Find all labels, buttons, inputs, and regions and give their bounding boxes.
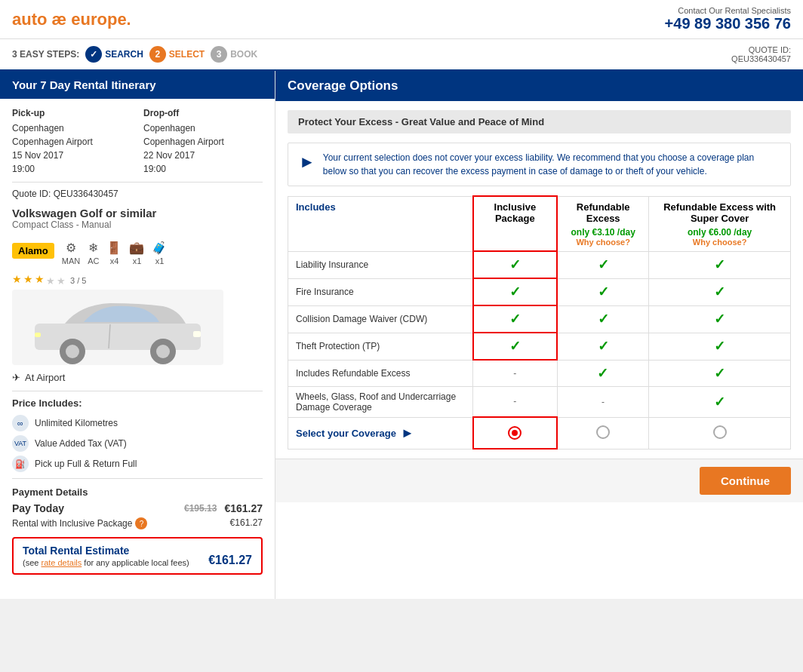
dropoff-label: Drop-off <box>143 108 263 118</box>
feature-bags-large: 🧳 x1 <box>152 241 167 265</box>
rental-package-amount: €161.27 <box>230 517 263 529</box>
check-icon: ✓ <box>714 284 725 299</box>
super-pkg-price: only €6.00 /day <box>657 227 783 238</box>
contact-info: Contact Our Rental Specialists +49 89 38… <box>665 6 791 32</box>
step-book[interactable]: 3 BOOK <box>211 46 257 63</box>
rate-details: (see rate details for any applicable loc… <box>23 558 189 567</box>
inclusive-pkg-name: Inclusive Package <box>481 201 549 224</box>
main-layout: Your 7 Day Rental Itinerary Pick-up Cope… <box>0 71 803 599</box>
pay-today-row: Pay Today €195.13 €161.27 <box>12 502 263 514</box>
pickup-col: Pick-up Copenhagen Copenhagen Airport 15… <box>12 108 131 176</box>
feature-fire-col1: ✓ <box>557 278 649 305</box>
plane-icon: ✈ <box>12 372 20 383</box>
check-icon: ✓ <box>509 257 521 272</box>
logo-symbol: æ <box>52 10 72 29</box>
super-pkg-name: Refundable Excess with Super Cover <box>657 201 783 224</box>
feature-refundable-label: Includes Refundable Excess <box>288 360 473 386</box>
col-refundable-header: Refundable Excess only €3.10 /day Why ch… <box>557 196 649 251</box>
total-amount: €161.27 <box>208 554 252 567</box>
svg-point-5 <box>156 345 170 358</box>
svg-rect-1 <box>35 324 201 350</box>
feature-liability-col2: ✓ <box>649 251 791 278</box>
dropoff-time: 19:00 <box>143 162 263 176</box>
step-select[interactable]: 2 SELECT <box>149 46 205 63</box>
feature-ac: ❄ AC <box>88 241 99 265</box>
pickup-label: Pick-up <box>12 108 131 118</box>
car-name: Volkswagen Golf or similar <box>12 207 263 219</box>
rating-text: 3 / 5 <box>70 276 86 285</box>
pickup-time: 19:00 <box>12 162 131 176</box>
feature-wheels-label: Wheels, Glass, Roof and Undercarriage Da… <box>288 386 473 417</box>
row-liability: Liability Insurance ✓ ✓ ✓ <box>288 251 791 278</box>
quote-id-sidebar: Quote ID: QEU336430457 <box>12 189 263 199</box>
radio-selected-icon[interactable] <box>508 426 521 440</box>
super-why-choose[interactable]: Why choose? <box>657 238 783 247</box>
dropoff-city: Copenhagen <box>143 121 263 135</box>
payment-section: Payment Details Pay Today €195.13 €161.2… <box>12 486 263 529</box>
feature-seats: 🚪 x4 <box>106 241 122 265</box>
feature-fire-label: Fire Insurance <box>288 278 473 305</box>
airport-label: At Airport <box>25 372 65 383</box>
pickup-dropoff: Pick-up Copenhagen Copenhagen Airport 15… <box>12 108 263 176</box>
svg-rect-8 <box>35 333 41 337</box>
row-refundable-excess: Includes Refundable Excess - ✓ ✓ <box>288 360 791 386</box>
step-select-label: SELECT <box>169 49 205 60</box>
include-unlimited-km: ∞ Unlimited Kilometres <box>12 415 263 431</box>
feature-cdw-col1: ✓ <box>557 305 649 333</box>
select-col1[interactable] <box>557 417 649 449</box>
dropoff-col: Drop-off Copenhagen Copenhagen Airport 2… <box>143 108 263 176</box>
select-row: Select your Coverage ► <box>288 417 791 449</box>
car-image <box>12 290 223 365</box>
car-class: Compact Class - Manual <box>12 219 263 230</box>
radio-empty-icon[interactable] <box>596 425 610 439</box>
check-icon: ✓ <box>598 257 609 272</box>
feature-wheels-col0: - <box>473 386 558 417</box>
continue-button[interactable]: Continue <box>700 467 791 495</box>
warning-box: ► Your current selection does not cover … <box>288 143 791 186</box>
coverage-panel: Coverage Options Protect Your Excess - G… <box>275 71 803 599</box>
include-unlimited-km-text: Unlimited Kilometres <box>35 418 118 428</box>
check-icon: ✓ <box>714 394 725 410</box>
refundable-why-choose[interactable]: Why choose? <box>565 238 641 247</box>
row-tp: Theft Protection (TP) ✓ ✓ ✓ <box>288 333 791 360</box>
step-search-circle: ✓ <box>85 46 102 63</box>
check-icon: ✓ <box>509 311 521 327</box>
total-box: Total Rental Estimate (see rate details … <box>12 537 263 575</box>
payment-title: Payment Details <box>12 486 263 498</box>
contact-label: Contact Our Rental Specialists <box>665 6 791 15</box>
feature-wheels-col1: - <box>557 386 649 417</box>
radio-empty-icon[interactable] <box>713 425 727 439</box>
check-icon: ✓ <box>597 366 608 381</box>
feature-refundable-col2: ✓ <box>649 360 791 386</box>
rate-details-link[interactable]: rate details <box>41 558 82 567</box>
feature-refundable-col1: ✓ <box>557 360 649 386</box>
protect-bar: Protect Your Excess - Great Value and Pe… <box>288 110 791 133</box>
feature-fire-col2: ✓ <box>649 278 791 305</box>
rental-package-row: Rental with Inclusive Package ? €161.27 <box>12 517 263 529</box>
phone-number[interactable]: +49 89 380 356 76 <box>665 15 791 32</box>
check-icon: ✓ <box>598 311 609 327</box>
check-icon: ✓ <box>598 339 609 354</box>
info-icon[interactable]: ? <box>135 517 147 529</box>
check-icon: ✓ <box>714 257 725 272</box>
feature-tp-label: Theft Protection (TP) <box>288 333 473 360</box>
includes-header: Includes <box>288 196 473 251</box>
select-col2[interactable] <box>649 417 791 449</box>
row-wheels-glass: Wheels, Glass, Roof and Undercarriage Da… <box>288 386 791 417</box>
select-coverage-cell: Select your Coverage ► <box>288 417 473 449</box>
include-vat: VAT Value Added Tax (VAT) <box>12 435 263 452</box>
total-label: Total Rental Estimate <box>23 545 189 557</box>
pay-today-label: Pay Today <box>12 502 64 514</box>
quote-id-header: QUOTE ID: QEU336430457 <box>731 45 791 63</box>
feature-refundable-col0: - <box>473 360 558 386</box>
coverage-title: Coverage Options <box>275 71 803 101</box>
step-search[interactable]: ✓ SEARCH <box>85 46 143 63</box>
price-includes-title: Price Includes: <box>12 397 263 409</box>
select-col0[interactable] <box>473 417 558 449</box>
step-book-circle: 3 <box>211 46 227 63</box>
rental-package-label: Rental with Inclusive Package <box>12 518 132 529</box>
footer-bar: Continue <box>275 459 803 502</box>
star-5: ★ <box>57 275 66 287</box>
dropoff-date: 22 Nov 2017 <box>143 149 263 162</box>
include-fuel-text: Pick up Full & Return Full <box>35 459 137 469</box>
